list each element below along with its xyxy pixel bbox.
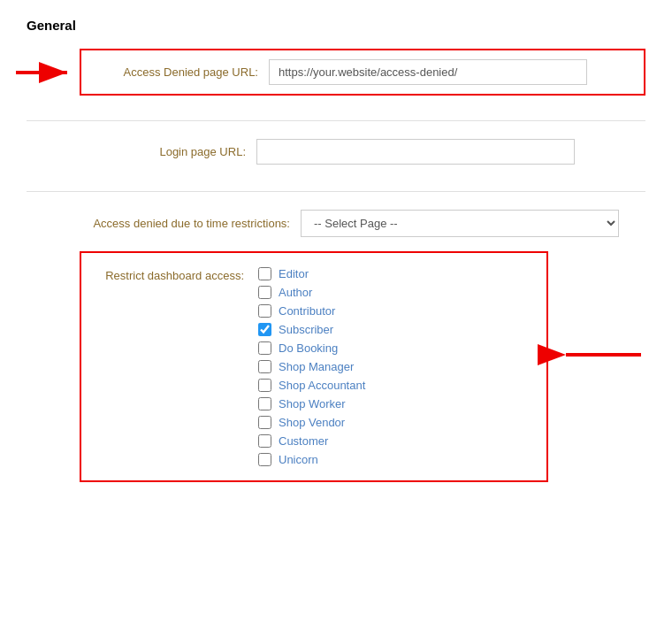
checkbox-cb-dobooking[interactable] (258, 341, 271, 355)
login-page-input[interactable] (256, 139, 575, 165)
divider-2 (27, 191, 645, 192)
checkbox-label-cb-subscriber: Subscriber (279, 323, 333, 336)
checkbox-cb-author[interactable] (258, 286, 271, 299)
restrict-dashboard-section: Restrict dashboard access: EditorAuthorC… (80, 251, 548, 482)
checkbox-label-cb-dobooking: Do Booking (279, 341, 338, 355)
checkbox-item[interactable]: Contributor (258, 304, 365, 318)
checkbox-label-cb-customer: Customer (279, 434, 328, 448)
divider-1 (27, 120, 645, 121)
time-restriction-label: Access denied due to time restrictions: (53, 217, 301, 230)
checkbox-label-cb-shopvendor: Shop Vendor (279, 416, 345, 429)
checkbox-cb-contributor[interactable] (258, 304, 271, 318)
restrict-dashboard-label: Restrict dashboard access: (99, 267, 258, 282)
checkbox-item[interactable]: Shop Manager (258, 360, 365, 373)
checkbox-cb-unicorn[interactable] (258, 453, 271, 466)
checkbox-item[interactable]: Shop Vendor (258, 416, 365, 429)
checkbox-label-cb-contributor: Contributor (279, 304, 335, 318)
checkbox-cb-shopworker[interactable] (258, 397, 271, 410)
checkbox-label-cb-shopaccountant: Shop Accountant (279, 379, 365, 392)
checkbox-cb-customer[interactable] (258, 434, 271, 448)
checkbox-item[interactable]: Author (258, 286, 365, 299)
checkbox-label-cb-unicorn: Unicorn (279, 453, 318, 466)
checkbox-label-cb-shopmanager: Shop Manager (279, 360, 354, 373)
select-page-dropdown[interactable]: -- Select Page -- (301, 210, 619, 237)
checkbox-label-cb-author: Author (279, 286, 312, 299)
right-arrow-icon (561, 345, 641, 364)
access-denied-input[interactable] (269, 59, 587, 85)
left-arrow-icon (16, 63, 73, 82)
checkbox-list: EditorAuthorContributorSubscriberDo Book… (258, 267, 365, 466)
checkbox-cb-shopmanager[interactable] (258, 360, 271, 373)
checkbox-item[interactable]: Do Booking (258, 341, 365, 355)
access-denied-label: Access Denied page URL: (92, 65, 269, 79)
checkbox-item[interactable]: Editor (258, 267, 365, 280)
checkbox-item[interactable]: Shop Worker (258, 397, 365, 410)
section-title: General (27, 18, 645, 33)
checkbox-cb-subscriber[interactable] (258, 323, 271, 336)
checkbox-item[interactable]: Unicorn (258, 453, 365, 466)
checkbox-cb-shopaccountant[interactable] (258, 379, 271, 392)
checkbox-label-cb-shopworker: Shop Worker (279, 397, 346, 410)
checkbox-item[interactable]: Shop Accountant (258, 379, 365, 392)
checkbox-label-cb-editor: Editor (279, 267, 309, 280)
checkbox-cb-editor[interactable] (258, 267, 271, 280)
checkbox-cb-shopvendor[interactable] (258, 416, 271, 429)
login-page-label: Login page URL: (80, 145, 256, 158)
checkbox-item[interactable]: Subscriber (258, 323, 365, 336)
checkbox-item[interactable]: Customer (258, 434, 365, 448)
